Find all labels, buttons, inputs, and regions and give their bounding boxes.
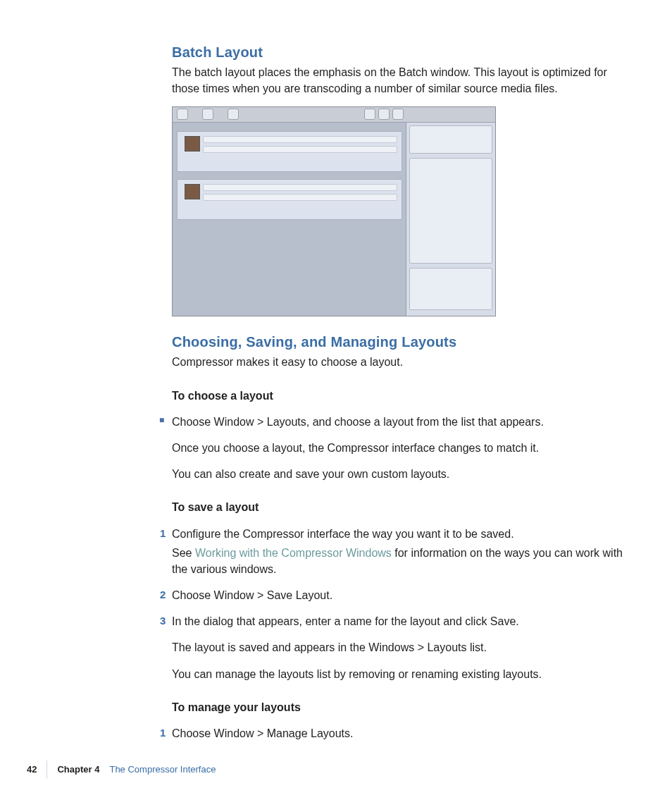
subhead-to-save: To save a layout (172, 499, 626, 515)
note-pre: See (172, 547, 195, 559)
step-save-3: 3 In the dialog that appears, enter a na… (172, 613, 626, 629)
para-save-result: The layout is saved and appears in the W… (172, 639, 626, 655)
page-number: 42 (27, 763, 37, 777)
heading-choosing-layouts: Choosing, Saving, and Managing Layouts (172, 332, 626, 352)
step-text: Choose Window > Manage Layouts. (172, 727, 353, 739)
step-save-1: 1 Configure the Compressor interface the… (172, 526, 626, 542)
footer-title: The Compressor Interface (109, 763, 216, 777)
step-number: 2 (160, 587, 166, 603)
screenshot-batch-layout (172, 106, 496, 316)
bullet-icon: ■ (159, 416, 164, 424)
bullet-text-choose: Choose Window > Layouts, and choose a la… (172, 416, 544, 428)
page-content: Batch Layout The batch layout places the… (172, 42, 626, 751)
footer-divider (46, 760, 47, 779)
step-manage-1: 1 Choose Window > Manage Layouts. (172, 725, 626, 741)
step-save-2: 2 Choose Window > Save Layout. (172, 587, 626, 603)
para-save-manage: You can manage the layouts list by remov… (172, 666, 626, 682)
link-working-windows[interactable]: Working with the Compressor Windows (195, 547, 392, 559)
step-save-1-note: See Working with the Compressor Windows … (172, 545, 626, 577)
step-number: 3 (160, 613, 166, 629)
subhead-to-manage: To manage your layouts (172, 699, 626, 715)
footer-chapter: Chapter 4 (57, 763, 99, 777)
para-batch-layout: The batch layout places the emphasis on … (172, 64, 626, 97)
step-text: In the dialog that appears, enter a name… (172, 615, 519, 627)
step-number: 1 (160, 725, 166, 741)
subhead-to-choose: To choose a layout (172, 388, 626, 404)
step-text: Configure the Compressor interface the w… (172, 528, 514, 540)
bullet-item-choose: ■ Choose Window > Layouts, and choose a … (172, 414, 626, 430)
heading-batch-layout: Batch Layout (172, 42, 626, 63)
step-text: Choose Window > Save Layout. (172, 589, 332, 601)
page-footer: 42 Chapter 4 The Compressor Interface (27, 760, 630, 779)
para-choosing-intro: Compressor makes it easy to choose a lay… (172, 354, 626, 370)
para-choose-result: Once you choose a layout, the Compressor… (172, 440, 626, 456)
para-choose-custom: You can also create and save your own cu… (172, 466, 626, 482)
step-number: 1 (160, 526, 166, 541)
